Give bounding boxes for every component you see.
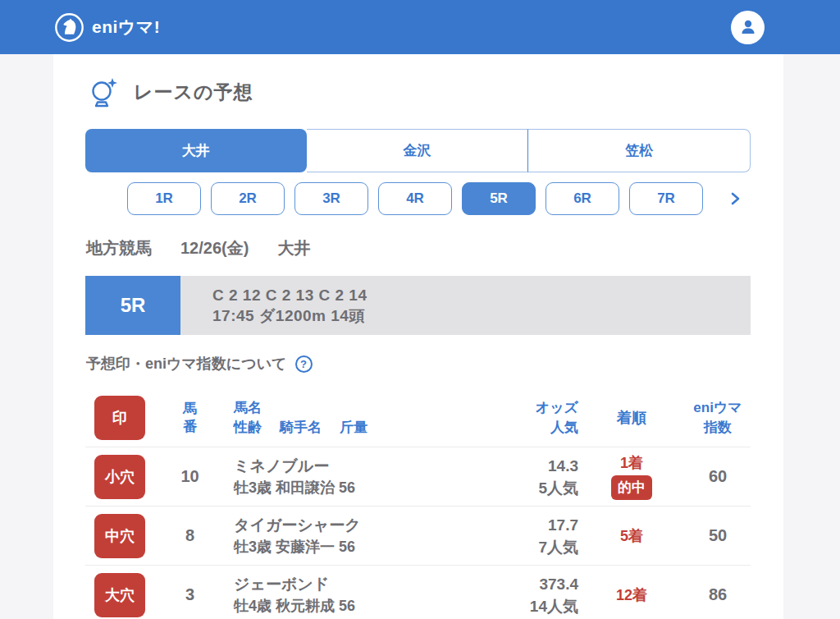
odds-cell: 14.3 5人気 — [480, 455, 578, 499]
race-banner: 5R C 2 12 C 2 13 C 2 14 17:45 ダ1200m 14頭 — [85, 276, 751, 335]
horse-number: 10 — [159, 467, 221, 486]
user-avatar-button[interactable] — [731, 11, 765, 44]
odds-cell: 373.4 14人気 — [480, 573, 578, 617]
popularity: 14人気 — [480, 595, 578, 617]
rank-cell: 1着 的中 — [578, 453, 685, 500]
horse-name: ミネノブルー — [234, 455, 480, 477]
race-button-2r[interactable]: 2R — [211, 182, 285, 215]
header-horse-name: 馬名 性齢 騎手名 斤量 — [221, 398, 480, 438]
race-venue: 大井 — [277, 237, 310, 259]
popularity: 7人気 — [480, 536, 578, 558]
rank-value: 5着 — [578, 526, 685, 546]
race-banner-info: C 2 12 C 2 13 C 2 14 17:45 ダ1200m 14頭 — [180, 276, 751, 335]
horse-number: 8 — [159, 526, 221, 545]
rank-value: 1着 — [578, 453, 685, 473]
table-row[interactable]: 中穴 8 タイガーシャーク 牡3歳 安藤洋一 56 17.7 7人気 5着 50 — [85, 507, 751, 566]
table-row[interactable]: 大穴 3 ジェーボンド 牡4歳 秋元耕成 56 373.4 14人気 12着 8… — [85, 566, 751, 619]
table-header-row: 印 馬 番 馬名 性齢 騎手名 斤量 オッズ 人気 着順 eniウマ 指数 — [85, 388, 751, 447]
horse-name: タイガーシャーク — [234, 514, 480, 536]
venue-tab-ooi[interactable]: 大井 — [85, 129, 307, 172]
horse-name: ジェーボンド — [234, 573, 480, 595]
venue-tab-bar: 大井 金沢 笠松 — [85, 129, 751, 172]
rank-value: 12着 — [578, 585, 685, 605]
race-category: 地方競馬 — [86, 237, 152, 259]
race-button-1r[interactable]: 1R — [127, 182, 201, 215]
venue-tab-label: 金沢 — [404, 141, 431, 160]
eniuma-index: 50 — [685, 526, 751, 545]
page-title: レースの予想 — [134, 80, 253, 105]
race-button-3r[interactable]: 3R — [294, 182, 368, 215]
horse-profile: 牡3歳 安藤洋一 56 — [234, 536, 480, 558]
help-icon[interactable]: ? — [295, 355, 313, 373]
crystal-ball-icon — [89, 76, 119, 108]
header-index: eniウマ 指数 — [685, 398, 751, 438]
venue-tab-label: 大井 — [182, 141, 210, 160]
horse-profile: 牡3歳 和田譲治 56 — [234, 477, 480, 499]
rank-cell: 5着 — [578, 526, 685, 546]
venue-tab-kanazawa[interactable]: 金沢 — [307, 129, 529, 172]
eniuma-index: 86 — [685, 585, 751, 604]
main-card: レースの予想 大井 金沢 笠松 1R 2R 3R 4R 5R 6R 7R 地方競… — [53, 54, 783, 619]
race-number-badge: 5R — [85, 276, 180, 335]
header-horse-number: 馬 番 — [159, 400, 221, 436]
race-condition: C 2 12 C 2 13 C 2 14 — [212, 285, 751, 305]
popularity: 5人気 — [480, 477, 578, 499]
rank-cell: 12着 — [578, 585, 685, 605]
brand[interactable]: eniウマ! — [54, 12, 160, 43]
odds-value: 373.4 — [480, 573, 578, 595]
horse-number: 3 — [159, 585, 221, 604]
app-header: eniウマ! — [0, 0, 840, 54]
race-number-bar: 1R 2R 3R 4R 5R 6R 7R — [127, 182, 751, 215]
mark-badge: 中穴 — [94, 514, 145, 558]
horse-logo-icon — [54, 12, 84, 43]
header-rank: 着順 — [578, 408, 685, 428]
chevron-right-icon[interactable] — [729, 191, 741, 206]
about-row: 予想印・eniウマ指数について ? — [86, 354, 751, 374]
race-button-6r[interactable]: 6R — [546, 182, 619, 215]
page-title-row: レースの予想 — [89, 76, 751, 108]
horse-profile: 牡4歳 秋元耕成 56 — [234, 595, 480, 617]
race-detail: 17:45 ダ1200m 14頭 — [212, 305, 751, 326]
horse-name-cell: タイガーシャーク 牡3歳 安藤洋一 56 — [221, 514, 480, 558]
person-icon — [738, 17, 758, 37]
horse-name-cell: ミネノブルー 牡3歳 和田譲治 56 — [221, 455, 480, 499]
mark-header-badge: 印 — [94, 396, 145, 440]
odds-value: 14.3 — [480, 455, 578, 477]
odds-value: 17.7 — [480, 514, 578, 536]
about-label: 予想印・eniウマ指数について — [86, 354, 287, 374]
venue-tab-kasamatsu[interactable]: 笠松 — [528, 129, 751, 172]
hit-badge: 的中 — [611, 475, 652, 500]
race-meta-row: 地方競馬 12/26(金) 大井 — [86, 237, 751, 259]
race-button-4r[interactable]: 4R — [378, 182, 452, 215]
header-odds: オッズ 人気 — [480, 398, 578, 438]
brand-name: eniウマ! — [92, 16, 160, 39]
race-date: 12/26(金) — [180, 237, 249, 259]
race-button-7r[interactable]: 7R — [629, 182, 703, 215]
prediction-table: 印 馬 番 馬名 性齢 騎手名 斤量 オッズ 人気 着順 eniウマ 指数 — [85, 388, 751, 619]
table-row[interactable]: 小穴 10 ミネノブルー 牡3歳 和田譲治 56 14.3 5人気 1着 的中 … — [85, 447, 751, 507]
horse-name-cell: ジェーボンド 牡4歳 秋元耕成 56 — [221, 573, 480, 617]
venue-tab-label: 笠松 — [625, 141, 653, 160]
race-button-5r[interactable]: 5R — [462, 182, 536, 215]
mark-badge: 小穴 — [94, 455, 145, 499]
odds-cell: 17.7 7人気 — [480, 514, 578, 558]
eniuma-index: 60 — [685, 467, 751, 486]
mark-badge: 大穴 — [94, 573, 145, 617]
